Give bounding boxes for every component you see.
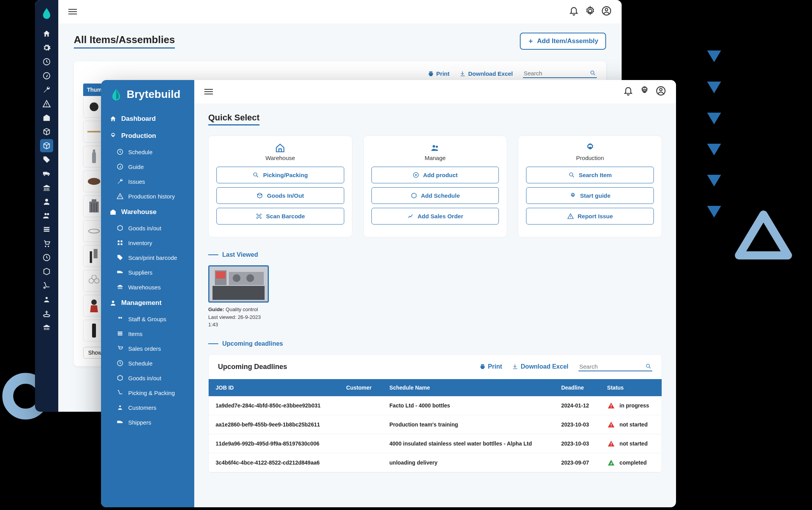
col-customer[interactable]: Customer <box>339 379 382 396</box>
svg-point-4 <box>47 213 49 216</box>
menu-toggle-icon[interactable] <box>68 9 77 14</box>
btn-label: Picking/Packing <box>263 172 308 178</box>
production-card: Production Search Item Start guide Repor… <box>518 136 662 237</box>
nav-suppliers[interactable]: Suppliers <box>101 265 194 280</box>
nav-shippers[interactable]: Shippers <box>101 415 194 430</box>
nav-staff-groups[interactable]: Staff & Groups <box>101 312 194 326</box>
lv-time-prefix: Last viewed: <box>208 314 236 320</box>
warning-icon[interactable] <box>42 99 51 108</box>
table-row[interactable]: 11de9a96-992b-495d-9f9a-85197630c0064000… <box>209 434 662 453</box>
btn-label: Report Issue <box>578 213 613 219</box>
deco-triangle-down <box>707 113 721 124</box>
nav-scan-print[interactable]: Scan/print barcode <box>101 250 194 265</box>
nav-production-history[interactable]: Production history <box>101 189 194 204</box>
svg-point-36 <box>569 173 573 176</box>
user-circle-icon[interactable] <box>656 86 666 97</box>
nav-label: Picking & Packing <box>128 390 175 396</box>
ship-icon[interactable] <box>42 309 51 318</box>
cell-deadline: 2024-01-12 <box>554 396 600 415</box>
print-link[interactable]: Print <box>479 363 502 370</box>
clock2-icon[interactable] <box>42 253 51 262</box>
report-issue-button[interactable]: Report Issue <box>526 208 654 225</box>
add-schedule-button[interactable]: Add Schedule <box>371 187 499 204</box>
menu-toggle-icon[interactable] <box>204 89 213 94</box>
bell-icon[interactable] <box>623 86 633 97</box>
warehouse-icon[interactable] <box>42 113 51 122</box>
upcoming-header: Upcoming deadlines <box>208 340 662 347</box>
bell-icon[interactable] <box>569 6 579 17</box>
wrench-icon[interactable] <box>42 85 51 94</box>
goods-in-out-button[interactable]: Goods In/Out <box>216 187 344 204</box>
building-icon[interactable] <box>42 323 51 332</box>
nav-schedule[interactable]: Schedule <box>101 144 194 159</box>
col-jobid[interactable]: JOB ID <box>209 379 339 396</box>
user-icon[interactable] <box>42 197 51 206</box>
gear-icon[interactable] <box>585 6 595 17</box>
col-schedule[interactable]: Schedule Name <box>382 379 554 396</box>
nav-management[interactable]: Management <box>101 294 194 312</box>
cell-status: not started <box>600 415 662 434</box>
gear-icon[interactable] <box>42 44 51 52</box>
cart-icon[interactable] <box>42 239 51 248</box>
nav-sales-orders[interactable]: Sales orders <box>101 341 194 356</box>
start-guide-button[interactable]: Start guide <box>526 187 654 204</box>
compass-icon[interactable] <box>42 71 51 80</box>
nav-warehouses[interactable]: Warehouses <box>101 280 194 294</box>
user-circle-icon[interactable] <box>601 6 612 17</box>
btn-label: Add Schedule <box>421 192 460 199</box>
users2-icon[interactable] <box>42 295 51 304</box>
gear2-icon <box>585 143 595 153</box>
tag-icon[interactable] <box>42 155 51 164</box>
add-product-button[interactable]: Add product <box>371 167 499 183</box>
add-item-button[interactable]: Add Item/Assembly <box>520 33 606 50</box>
search-input[interactable] <box>523 69 597 78</box>
download-link[interactable]: Download Excel <box>512 363 568 370</box>
package2-icon[interactable] <box>42 267 51 276</box>
nav-label: Production <box>121 132 156 140</box>
download-link[interactable]: Download Excel <box>460 70 513 77</box>
picking-packing-button[interactable]: Picking/Packing <box>216 167 344 183</box>
svg-point-43 <box>233 274 240 282</box>
nav-customers[interactable]: Customers <box>101 400 194 415</box>
gear-icon[interactable] <box>639 86 650 97</box>
table-row[interactable]: 1a9ded7e-284c-4bfd-850c-e3bbee92b031Fact… <box>209 396 662 415</box>
search-item-button[interactable]: Search Item <box>526 167 654 183</box>
clock-icon[interactable] <box>42 57 51 66</box>
nav-dashboard[interactable]: Dashboard <box>101 110 194 127</box>
bank-icon[interactable] <box>42 183 51 192</box>
table-row[interactable]: aa1e2860-bef9-455b-9ee9-1b8bc25b2611Prod… <box>209 415 662 434</box>
nav-label: Goods in/out <box>128 375 161 381</box>
nav-warehouse[interactable]: Warehouse <box>101 204 194 221</box>
print-link[interactable]: Print <box>428 70 450 77</box>
nav-goods-in-out[interactable]: Goods in/out <box>101 221 194 235</box>
nav-production[interactable]: Production <box>101 127 194 144</box>
front-header <box>194 80 676 103</box>
svg-point-10 <box>90 103 99 111</box>
list-icon[interactable] <box>42 225 51 234</box>
btn-label: Add Sales Order <box>418 213 464 219</box>
users-icon[interactable] <box>42 211 51 220</box>
svg-point-31 <box>254 173 257 176</box>
home-icon[interactable] <box>42 30 51 38</box>
svg-rect-39 <box>213 286 265 300</box>
deadlines-table: JOB ID Customer Schedule Name Deadline S… <box>209 379 662 472</box>
box-icon[interactable] <box>42 127 51 136</box>
nav-guide[interactable]: Guide <box>101 159 194 174</box>
cell-deadline: 2023-10-03 <box>554 415 600 434</box>
nav-picking-packing[interactable]: Picking & Packing <box>101 385 194 400</box>
scan-barcode-button[interactable]: Scan Barcode <box>216 208 344 225</box>
col-deadline[interactable]: Deadline <box>554 379 600 396</box>
cube-active-icon[interactable] <box>42 141 51 150</box>
nav-inventory[interactable]: Inventory <box>101 235 194 250</box>
col-status[interactable]: Status <box>600 379 662 396</box>
nav-items[interactable]: Items <box>101 326 194 341</box>
truck-icon[interactable] <box>42 169 51 178</box>
nav-goods-in-out-2[interactable]: Goods in/out <box>101 371 194 385</box>
dolly-icon[interactable] <box>42 281 51 290</box>
nav-schedule-2[interactable]: Schedule <box>101 356 194 371</box>
table-row[interactable]: 3c4b6f4c-4bce-4122-8522-cd212d849aa6unlo… <box>209 453 662 472</box>
add-sales-order-button[interactable]: Add Sales Order <box>371 208 499 225</box>
deadlines-search-input[interactable] <box>579 362 652 371</box>
last-viewed-item[interactable]: Guide: Quality control Last viewed: 26-9… <box>208 265 269 329</box>
nav-issues[interactable]: Issues <box>101 174 194 189</box>
